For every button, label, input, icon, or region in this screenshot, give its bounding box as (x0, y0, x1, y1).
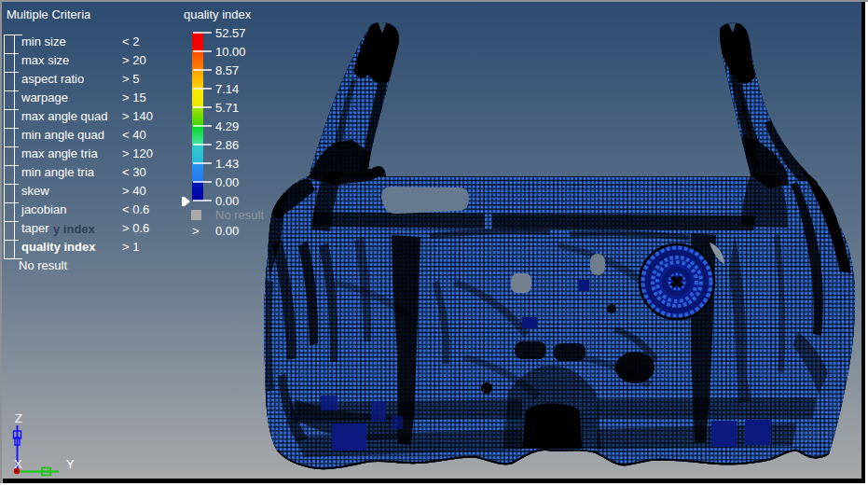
svg-text:y index: y index (53, 222, 96, 236)
svg-text:quality index: quality index (21, 240, 96, 254)
svg-text:>: > (192, 224, 200, 238)
svg-text:Z: Z (15, 411, 22, 425)
svg-text:min size: min size (21, 35, 66, 49)
svg-text:> 0.6: > 0.6 (122, 221, 149, 235)
svg-text:quality index: quality index (184, 7, 252, 21)
svg-text:> 5: > 5 (122, 72, 139, 86)
svg-text:8.57: 8.57 (215, 63, 239, 77)
svg-text:> 40: > 40 (122, 184, 146, 198)
svg-text:> 15: > 15 (122, 90, 146, 104)
svg-text:No result: No result (215, 208, 264, 222)
svg-text:min angle tria: min angle tria (21, 165, 95, 179)
svg-text:0.00: 0.00 (215, 175, 239, 189)
svg-text:min angle quad: min angle quad (21, 128, 104, 142)
svg-text:warpage: warpage (21, 90, 68, 104)
svg-text:max angle quad: max angle quad (21, 109, 108, 123)
svg-text:< 0.6: < 0.6 (122, 202, 149, 216)
svg-text:X: X (14, 457, 22, 471)
svg-text:< 2: < 2 (122, 35, 139, 49)
svg-text:5.71: 5.71 (215, 101, 239, 115)
svg-text:> 120: > 120 (122, 146, 153, 160)
svg-text:skew: skew (21, 184, 49, 198)
svg-text:max angle tria: max angle tria (21, 146, 98, 160)
svg-text:aspect ratio: aspect ratio (21, 72, 84, 86)
svg-text:52.57: 52.57 (215, 26, 246, 40)
svg-text:> 140: > 140 (122, 109, 153, 123)
svg-text:10.00: 10.00 (215, 45, 246, 59)
svg-text:jacobian: jacobian (21, 202, 66, 216)
svg-text:0.00: 0.00 (215, 224, 239, 238)
svg-text:0.00: 0.00 (215, 194, 239, 208)
svg-text:< 40: < 40 (122, 128, 146, 142)
svg-text:7.14: 7.14 (215, 82, 239, 96)
svg-text:Y: Y (66, 457, 75, 471)
svg-text:taper: taper (21, 221, 49, 235)
svg-text:max size: max size (21, 53, 69, 67)
svg-text:> 20: > 20 (122, 53, 146, 67)
svg-text:Multiple Criteria: Multiple Criteria (7, 7, 91, 21)
svg-text:2.86: 2.86 (215, 138, 239, 152)
svg-text:No result: No result (19, 258, 67, 272)
svg-text:> 1: > 1 (122, 240, 139, 254)
svg-text:< 30: < 30 (122, 165, 146, 179)
svg-text:1.43: 1.43 (215, 157, 239, 171)
svg-text:4.29: 4.29 (215, 119, 239, 133)
